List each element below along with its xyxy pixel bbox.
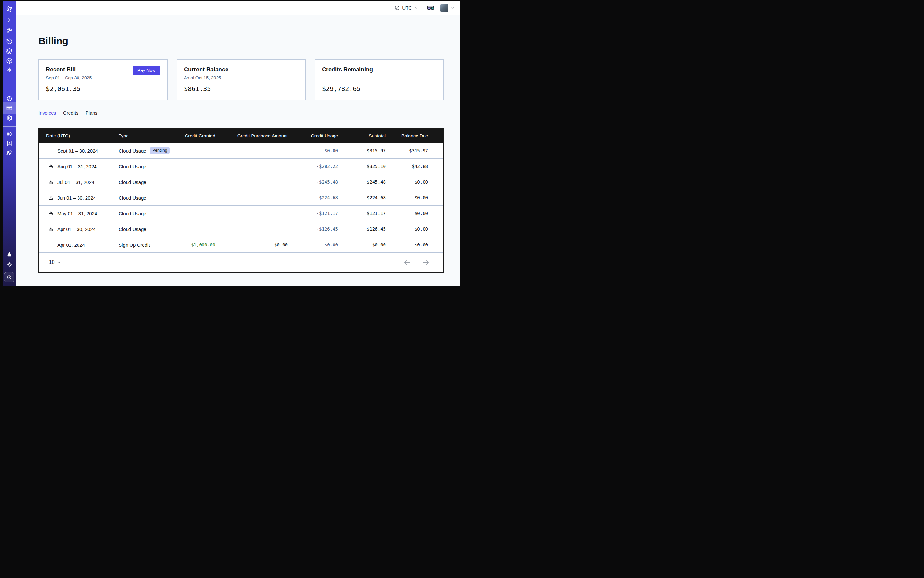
- balance-due-cell: $0.00: [386, 179, 443, 185]
- summary-cards: Recent Bill Sep 01 – Sep 30, 2025 $2,061…: [39, 59, 444, 100]
- sidebar-divider: [3, 90, 16, 90]
- table-row: Sept 01 – 30, 2024 Cloud Usage Pending $…: [39, 143, 443, 159]
- history-icon: [6, 38, 13, 45]
- screenshot-frame: $ UTC Billing: [0, 0, 462, 289]
- timezone-label: UTC: [402, 5, 412, 11]
- main-content: Billing Recent Bill Sep 01 – Sep 30, 202…: [16, 15, 460, 286]
- credit-usage-cell: -$121.17: [288, 211, 338, 216]
- pay-now-button[interactable]: Pay Now: [133, 66, 160, 75]
- clock-icon: [395, 5, 400, 11]
- card-subtitle: Sep 01 – Sep 30, 2025: [46, 75, 160, 81]
- balance-due-cell: $0.00: [386, 211, 443, 216]
- chevron-right-icon: [6, 17, 12, 23]
- sidebar-item-asterisk[interactable]: [3, 65, 16, 75]
- invoice-date: May 01 – 31, 2024: [57, 211, 97, 216]
- sidebar-item-history[interactable]: [3, 36, 16, 47]
- invoice-date-cell: Jun 01 – 30, 2024: [39, 195, 115, 201]
- subtotal-cell: $0.00: [338, 242, 386, 247]
- invoice-date-cell: Sept 01 – 30, 2024: [39, 148, 115, 153]
- invoice-date-cell: May 01 – 31, 2024: [39, 211, 115, 216]
- tab-credits[interactable]: Credits: [63, 110, 78, 119]
- sun-icon: [6, 261, 13, 268]
- subtotal-cell: $245.48: [338, 179, 386, 185]
- invoice-type: Cloud Usage: [119, 148, 146, 153]
- download-icon[interactable]: [49, 211, 53, 216]
- page-size-value: 10: [49, 260, 55, 265]
- sidebar-item-layers[interactable]: [3, 46, 16, 57]
- invoice-date-cell: Jul 01 – 31, 2024: [39, 179, 115, 185]
- credit-granted-cell: $1,000.00: [183, 242, 215, 247]
- tab-plans[interactable]: Plans: [86, 110, 98, 119]
- credits-remaining-card: Credits Remaining $29,782.65: [315, 59, 444, 100]
- page-title: Billing: [39, 35, 444, 47]
- subtotal-cell: $325.10: [338, 164, 386, 169]
- topbar: UTC: [16, 1, 460, 15]
- chevron-down-icon[interactable]: [451, 6, 455, 10]
- pagination-controls: [404, 260, 429, 265]
- sidebar-item-support[interactable]: [3, 129, 16, 139]
- sidebar-item-getting-started[interactable]: [3, 148, 16, 157]
- invoice-date: Apr 01 – 30, 2024: [57, 227, 96, 232]
- invoice-date: Jun 01 – 30, 2024: [57, 195, 96, 201]
- sidebar-item-spiral[interactable]: [3, 26, 16, 36]
- dollar-badge-button[interactable]: $: [4, 272, 15, 282]
- column-header: Date (UTC): [39, 133, 115, 138]
- table-row: May 01 – 31, 2024 Cloud Usage -$121.17 $…: [39, 206, 443, 221]
- card-amount: $29,782.65: [322, 85, 436, 93]
- previous-page-arrow-icon[interactable]: [404, 260, 411, 265]
- credit-purchase-cell: $0.00: [215, 242, 288, 247]
- orbit-logo-icon[interactable]: [3, 4, 16, 14]
- layers-icon: [6, 48, 13, 54]
- balance-due-cell: $0.00: [386, 227, 443, 232]
- gauge-icon: [6, 96, 13, 102]
- tab-invoices[interactable]: Invoices: [39, 110, 56, 119]
- rocket-icon: [6, 149, 13, 156]
- invoice-date: Jul 01 – 31, 2024: [57, 179, 94, 185]
- card-title: Credits Remaining: [322, 66, 436, 73]
- card-amount: $861.35: [184, 85, 298, 93]
- invoice-type-cell: Cloud Usage: [115, 227, 183, 232]
- app-window: $ UTC Billing: [3, 1, 460, 286]
- sidebar-item-collapse[interactable]: [3, 15, 16, 25]
- invoice-date: Aug 01 – 31, 2024: [57, 164, 97, 169]
- sidebar-item-labs[interactable]: [3, 249, 16, 259]
- invoice-type: Cloud Usage: [119, 179, 146, 185]
- sidebar-item-theme[interactable]: [3, 259, 16, 270]
- download-icon[interactable]: [49, 195, 53, 200]
- table-row: Apr 01, 2024 Sign Up Credit $1,000.00 $0…: [39, 237, 443, 253]
- credit-usage-cell: -$126.45: [288, 227, 338, 232]
- table-header: Date (UTC) Type Credit Granted Credit Pu…: [39, 129, 443, 143]
- download-icon[interactable]: [49, 227, 53, 232]
- user-avatar[interactable]: [440, 4, 448, 12]
- sidebar-item-credits-offer[interactable]: $: [3, 272, 16, 283]
- gear-icon: [6, 115, 13, 121]
- balance-due-cell: $42.88: [386, 164, 443, 169]
- sidebar: $: [3, 1, 16, 286]
- next-page-arrow-icon[interactable]: [422, 260, 429, 265]
- invoice-type: Sign Up Credit: [119, 242, 150, 248]
- timezone-selector[interactable]: UTC: [395, 5, 418, 11]
- subtotal-cell: $224.68: [338, 195, 386, 200]
- page-size-select[interactable]: 10: [45, 257, 65, 268]
- 3d-glasses-button[interactable]: [427, 4, 435, 12]
- credit-usage-cell: -$282.22: [288, 164, 338, 169]
- invoice-date: Sept 01 – 30, 2024: [57, 148, 98, 153]
- sidebar-divider: [3, 126, 16, 127]
- sidebar-item-settings[interactable]: [3, 113, 16, 123]
- invoice-type-cell: Cloud Usage: [115, 179, 183, 185]
- column-header: Subtotal: [338, 133, 386, 138]
- download-icon[interactable]: [49, 179, 53, 185]
- credit-usage-cell: -$245.48: [288, 179, 338, 185]
- balance-due-cell: $315.97: [386, 148, 443, 153]
- invoice-type: Cloud Usage: [119, 227, 146, 232]
- sidebar-item-billing[interactable]: [3, 102, 16, 114]
- card-subtitle: [322, 75, 436, 81]
- credit-usage-cell: $0.00: [288, 148, 338, 153]
- credit-usage-cell: -$224.68: [288, 195, 338, 200]
- invoice-type-cell: Sign Up Credit: [115, 242, 183, 248]
- card-amount: $2,061.35: [46, 85, 160, 93]
- table-row: Aug 01 – 31, 2024 Cloud Usage -$282.22 $…: [39, 159, 443, 174]
- subtotal-cell: $121.17: [338, 211, 386, 216]
- download-icon[interactable]: [49, 164, 53, 169]
- invoice-type-cell: Cloud Usage: [115, 195, 183, 201]
